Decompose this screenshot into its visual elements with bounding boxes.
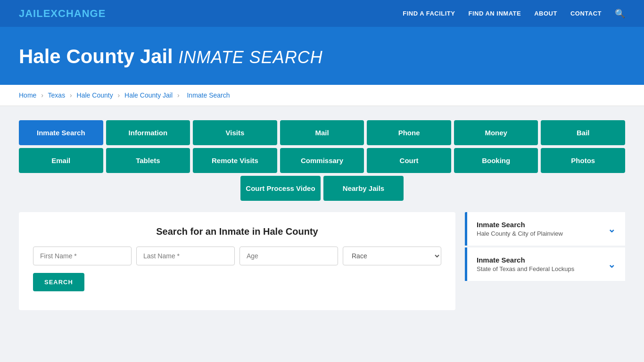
- nav-buttons-row1: Inmate Search Information Visits Mail Ph…: [19, 120, 625, 145]
- nav-buttons-row3: Court Process Video Nearby Jails: [19, 176, 625, 201]
- last-name-input[interactable]: [136, 247, 235, 265]
- nav-find-inmate[interactable]: FIND AN INMATE: [468, 10, 521, 17]
- btn-remote-visits[interactable]: Remote Visits: [193, 148, 277, 173]
- breadcrumb-current: Inmate Search: [187, 91, 230, 99]
- btn-booking[interactable]: Booking: [454, 148, 538, 173]
- search-form: Race White Black Hispanic Asian Other: [33, 247, 441, 265]
- breadcrumb-sep-4: ›: [177, 91, 180, 99]
- page-title-italic: INMATE SEARCH: [178, 48, 322, 67]
- btn-court[interactable]: Court: [367, 148, 451, 173]
- search-button[interactable]: SEARCH: [33, 273, 84, 291]
- page-title-main: Hale County Jail: [19, 45, 173, 67]
- nav-about[interactable]: ABOUT: [534, 10, 557, 17]
- btn-visits[interactable]: Visits: [193, 120, 277, 145]
- sidebar-card-1-subtext: Hale County & City of Plainview: [477, 230, 563, 237]
- logo-jail: JAIL: [19, 8, 43, 19]
- age-input[interactable]: [239, 247, 338, 265]
- main-content: Inmate Search Information Visits Mail Ph…: [0, 106, 644, 324]
- btn-email[interactable]: Email: [19, 148, 103, 173]
- breadcrumb-sep-3: ›: [118, 91, 120, 99]
- sidebar-card-texas-federal[interactable]: Inmate Search State of Texas and Federal…: [465, 247, 625, 281]
- page-title: Hale County Jail INMATE SEARCH: [19, 45, 625, 68]
- btn-nearby-jails[interactable]: Nearby Jails: [323, 176, 404, 201]
- site-header: JAILEXCHANGE FIND A FACILITY FIND AN INM…: [0, 0, 644, 28]
- btn-court-process-video[interactable]: Court Process Video: [240, 176, 321, 201]
- breadcrumb-hale-county-jail[interactable]: Hale County Jail: [124, 91, 173, 99]
- logo-exchange: EXCHANGE: [43, 8, 106, 19]
- sidebar-card-hale-county[interactable]: Inmate Search Hale County & City of Plai…: [465, 212, 625, 246]
- breadcrumb-hale-county[interactable]: Hale County: [77, 91, 113, 99]
- breadcrumb-sep-1: ›: [41, 91, 43, 99]
- btn-inmate-search[interactable]: Inmate Search: [19, 120, 103, 145]
- sidebar-card-2-subtext: State of Texas and Federal Lockups: [477, 265, 574, 272]
- btn-phone[interactable]: Phone: [367, 120, 451, 145]
- chevron-down-icon: ⌄: [608, 223, 616, 235]
- breadcrumb-sep-2: ›: [70, 91, 72, 99]
- btn-tablets[interactable]: Tablets: [106, 148, 190, 173]
- race-select[interactable]: Race White Black Hispanic Asian Other: [343, 247, 441, 265]
- service-nav-buttons: Inmate Search Information Visits Mail Ph…: [19, 120, 625, 201]
- btn-commissary[interactable]: Commissary: [280, 148, 364, 173]
- nav-contact[interactable]: CONTACT: [570, 10, 602, 17]
- btn-mail[interactable]: Mail: [280, 120, 364, 145]
- breadcrumb: Home › Texas › Hale County › Hale County…: [0, 85, 644, 106]
- search-panel-title: Search for an Inmate in Hale County: [33, 226, 441, 237]
- btn-money[interactable]: Money: [454, 120, 538, 145]
- search-icon[interactable]: 🔍: [615, 8, 625, 19]
- search-panel: Search for an Inmate in Hale County Race…: [19, 212, 455, 310]
- nav-find-facility[interactable]: FIND A FACILITY: [403, 10, 455, 17]
- first-name-input[interactable]: [33, 247, 132, 265]
- content-area: Search for an Inmate in Hale County Race…: [19, 212, 625, 310]
- sidebar-card-2-heading: Inmate Search: [477, 256, 574, 264]
- site-logo[interactable]: JAILEXCHANGE: [19, 8, 106, 20]
- breadcrumb-texas[interactable]: Texas: [48, 91, 66, 99]
- breadcrumb-home[interactable]: Home: [19, 91, 36, 99]
- chevron-down-icon-2: ⌄: [608, 259, 616, 270]
- hero-banner: Hale County Jail INMATE SEARCH: [0, 28, 644, 85]
- btn-bail[interactable]: Bail: [541, 120, 625, 145]
- sidebar-card-1-heading: Inmate Search: [477, 221, 563, 229]
- btn-information[interactable]: Information: [106, 120, 190, 145]
- btn-photos[interactable]: Photos: [541, 148, 625, 173]
- main-nav: FIND A FACILITY FIND AN INMATE ABOUT CON…: [403, 8, 625, 19]
- sidebar: Inmate Search Hale County & City of Plai…: [465, 212, 625, 283]
- nav-buttons-row2: Email Tablets Remote Visits Commissary C…: [19, 148, 625, 173]
